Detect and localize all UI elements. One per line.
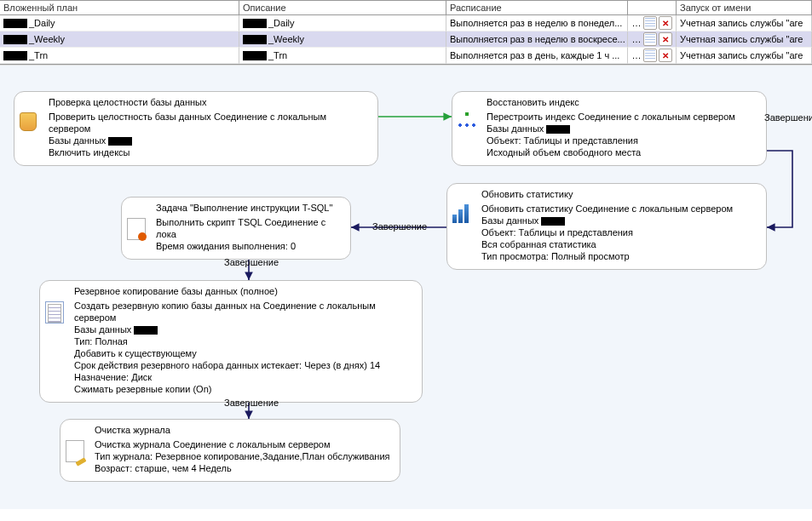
backup-icon: [45, 301, 64, 323]
cleanup-icon: [66, 440, 84, 462]
box-line: Выполнить скрипт TSQL Соединение с лока: [156, 216, 342, 240]
box-line: Обновить статистику Соединение с локальн…: [481, 203, 757, 215]
database-icon: [20, 112, 37, 131]
calendar-icon[interactable]: [643, 49, 657, 62]
box-line: Включить индексы: [49, 146, 369, 158]
box-line: Добавить к существующему: [74, 347, 413, 359]
box-line: Тип: Полная: [74, 335, 413, 347]
box-line: Базы данных: [74, 323, 413, 335]
box-line: Сжимать резервные копии (On): [74, 383, 413, 395]
cell-btns-1: … ✕: [628, 31, 677, 48]
box-line: Базы данных: [487, 123, 757, 135]
cell-btns-0: … ✕: [628, 15, 677, 31]
cell-btns-2: … ✕: [628, 48, 677, 64]
box-line: Исходный объем свободного места: [487, 146, 757, 158]
task-update-statistics[interactable]: Обновить статистику Обновить статистику …: [446, 183, 767, 270]
box-line: Назначение: Диск: [74, 371, 413, 383]
plans-grid: Вложенный план _Daily _Weekly _Trn Описа…: [0, 0, 812, 65]
cell-desc-1[interactable]: _Weekly: [239, 31, 446, 48]
box-line: Тип журнала: Резервное копирование,Задан…: [95, 450, 391, 462]
calendar-icon[interactable]: [643, 32, 657, 46]
cell-run-1[interactable]: Учетная запись службы "аге: [677, 31, 812, 48]
box-line: Объект: Таблицы и представления: [481, 226, 757, 238]
more-icon[interactable]: …: [631, 50, 642, 60]
arrow-label: Завершение: [224, 398, 279, 408]
box-title: Восстановить индекс: [487, 97, 757, 107]
box-line: Объект: Таблицы и представления: [487, 135, 757, 146]
arrow-label: Завершение: [372, 221, 427, 232]
box-line: Базы данных: [481, 215, 757, 226]
box-line: Проверить целостность базы данных Соедин…: [49, 111, 369, 135]
box-line: Создать резервную копию базы данных на С…: [74, 300, 413, 323]
cell-sched-2[interactable]: Выполняется раз в день, каждые 1 ч ...: [446, 48, 628, 64]
cell-sched-1[interactable]: Выполняется раз в неделю в воскресе...: [446, 31, 628, 48]
delete-icon[interactable]: ✕: [659, 16, 672, 30]
task-backup-full[interactable]: Резервное копирование базы данных (полно…: [39, 280, 423, 403]
box-line: Тип просмотра: Полный просмотр: [481, 250, 757, 262]
cell-plan-2[interactable]: _Trn: [0, 48, 239, 64]
box-line: Вся собранная статистика: [481, 238, 757, 250]
task-tsql[interactable]: Задача "Выполнение инструкции T-SQL" Вып…: [121, 197, 351, 260]
cell-plan-0[interactable]: _Daily: [0, 15, 239, 31]
diagram-canvas[interactable]: Проверка целостности базы данных Провери…: [0, 65, 812, 509]
more-icon[interactable]: …: [631, 34, 642, 44]
box-title: Обновить статистику: [481, 189, 757, 199]
col-header-desc[interactable]: Описание: [239, 0, 446, 15]
box-title: Проверка целостности базы данных: [49, 97, 369, 107]
cell-desc-0[interactable]: _Daily: [239, 15, 446, 31]
index-tree-icon: [458, 112, 476, 131]
arrow-label: Завершение: [764, 112, 812, 123]
arrow-label: Завершение: [224, 257, 279, 267]
calendar-icon[interactable]: [643, 16, 657, 30]
box-line: Возраст: старше, чем 4 Недель: [95, 462, 391, 474]
delete-icon[interactable]: ✕: [659, 49, 672, 62]
task-check-integrity[interactable]: Проверка целостности базы данных Провери…: [14, 91, 378, 166]
box-line: Базы данных: [49, 135, 369, 146]
col-header-run[interactable]: Запуск от имени: [677, 0, 812, 15]
task-cleanup-history[interactable]: Очистка журнала Очистка журнала Соединен…: [60, 419, 400, 482]
box-line: Перестроить индекс Соединение с локальны…: [487, 111, 757, 123]
cell-sched-0[interactable]: Выполняется раз в неделю в понедел...: [446, 15, 628, 31]
cell-plan-1[interactable]: _Weekly: [0, 31, 239, 48]
col-header-btns: [628, 0, 677, 15]
sql-script-icon: [127, 218, 146, 240]
box-line: Срок действия резервного набора данных и…: [74, 359, 413, 371]
box-title: Очистка журнала: [95, 425, 391, 435]
box-title: Резервное копирование базы данных (полно…: [74, 286, 413, 296]
task-rebuild-index[interactable]: Восстановить индекс Перестроить индекс С…: [452, 91, 767, 166]
cell-run-0[interactable]: Учетная запись службы "аге: [677, 15, 812, 31]
cell-run-2[interactable]: Учетная запись службы "аге: [677, 48, 812, 64]
box-title: Задача "Выполнение инструкции T-SQL": [156, 203, 342, 213]
col-header-sched[interactable]: Расписание: [446, 0, 628, 15]
bar-chart-icon: [452, 204, 471, 223]
col-header-plan[interactable]: Вложенный план: [0, 0, 239, 15]
more-icon[interactable]: …: [631, 18, 642, 28]
box-line: Время ожидания выполнения: 0: [156, 240, 342, 252]
cell-desc-2[interactable]: _Trn: [239, 48, 446, 64]
delete-icon[interactable]: ✕: [659, 32, 672, 46]
box-line: Очистка журнала Соединение с локальным с…: [95, 438, 391, 450]
